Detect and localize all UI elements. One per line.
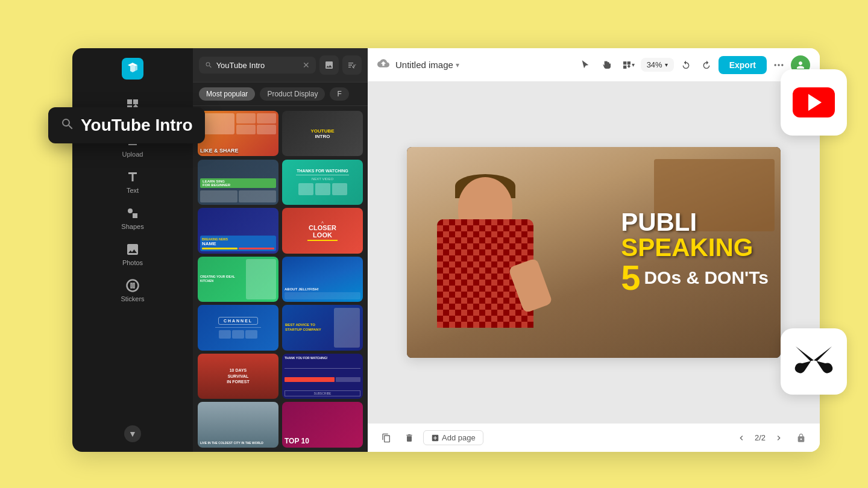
delete-page-button[interactable] [400, 429, 418, 447]
zoom-control[interactable]: 34% ▾ [641, 58, 674, 72]
tab-most-popular[interactable]: Most popular [199, 87, 255, 101]
canvas-content: PUBLI SPEAKING 5 DOs & DON'Ts [407, 147, 781, 358]
export-button[interactable]: Export [719, 56, 767, 74]
template-card-thanks[interactable]: THANKS FOR WATCHING NEXT VIDEO [282, 160, 363, 205]
editor-topbar: Untitled image ▾ [368, 48, 820, 82]
svg-point-4 [775, 64, 776, 66]
hand-tool-button[interactable] [597, 55, 617, 75]
template-card-channel[interactable]: CHANNEL [198, 305, 278, 350]
sidebar-more-button[interactable]: ▼ [124, 425, 141, 442]
template-card-kitchen[interactable]: CREATING YOUR IDEAL KITCHEN [198, 257, 278, 302]
bottom-left-tools: Add page [377, 429, 483, 447]
youtube-play-icon [808, 94, 822, 111]
topbar-tools: ▾ 34% ▾ [576, 55, 810, 75]
youtube-logo-float [781, 69, 847, 136]
public-text: PUBLI [621, 210, 769, 235]
template-card-closer-look[interactable]: A CLOSER LOOK [282, 208, 363, 253]
template-card-thank-you[interactable]: THANK YOU FOR WATCHING! SUBSCRIBE [282, 354, 363, 399]
template-card-subscribe[interactable]: LIKE & SHARE [198, 111, 278, 156]
search-bar: ✕ [193, 48, 368, 83]
svg-point-5 [778, 64, 779, 66]
sidebar-item-stickers-label: Stickers [121, 295, 144, 302]
sidebar-item-photos[interactable]: Photos [72, 236, 193, 272]
sidebar-item-shapes[interactable]: Shapes [72, 200, 193, 236]
app-logo[interactable] [122, 58, 143, 80]
template-card-learn-sing[interactable]: LEARN SING FOR BEGINNER [198, 160, 278, 205]
svg-point-1 [128, 208, 133, 213]
chevron-down-icon: ▼ [128, 429, 137, 439]
donts-row: 5 DOs & DON'Ts [621, 260, 769, 295]
prev-page-button[interactable] [733, 430, 750, 446]
template-card-best-advice[interactable]: BEST ADVICE TO STARTUP COMPANY [282, 305, 363, 350]
template-panel: ✕ Most popular Product Display F [193, 48, 368, 452]
sidebar-item-stickers[interactable]: Stickers [72, 272, 193, 308]
template-card-breaking[interactable]: BREAKING NEWS NAME [198, 208, 278, 253]
youtube-icon [793, 87, 835, 117]
duplicate-page-button[interactable] [377, 429, 395, 447]
undo-button[interactable] [676, 55, 696, 75]
filter-button[interactable] [342, 55, 362, 75]
sidebar-item-photos-label: Photos [122, 259, 143, 266]
speaking-text: SPEAKING [621, 235, 769, 260]
template-tabs: Most popular Product Display F [193, 83, 368, 106]
next-page-button[interactable] [770, 430, 787, 446]
cursor-tool-button[interactable] [576, 55, 595, 75]
page-indicator: 2/2 [755, 433, 766, 442]
template-card-survival[interactable]: 10 DAYSSURVIVALIN FOREST [198, 354, 278, 399]
capcut-icon [793, 343, 835, 380]
video-text-overlay: PUBLI SPEAKING 5 DOs & DON'Ts [621, 210, 769, 295]
layout-tool-button[interactable]: ▾ [619, 55, 638, 75]
search-input[interactable] [216, 61, 299, 70]
lock-button[interactable] [792, 429, 810, 447]
sidebar-item-text-label: Text [127, 187, 139, 194]
chevron-down-icon: ▾ [456, 61, 459, 69]
search-clear-button[interactable]: ✕ [303, 60, 310, 70]
capcut-logo-float [781, 328, 847, 395]
template-grid: LIKE & SHARE YouTube Intro LEARN SING F [193, 106, 368, 452]
search-input-wrap[interactable]: ✕ [199, 57, 316, 74]
redo-button[interactable] [697, 55, 716, 75]
svg-point-6 [781, 64, 783, 66]
svg-point-3 [127, 280, 138, 291]
person-body [425, 165, 546, 358]
undo-redo-group [676, 55, 716, 75]
number-5: 5 [621, 260, 640, 295]
cloud-save-icon [377, 57, 389, 72]
tab-product-display[interactable]: Product Display [260, 87, 325, 101]
page-navigation: 2/2 [733, 429, 810, 447]
image-search-button[interactable] [319, 55, 339, 75]
template-card-intro[interactable]: YouTube Intro [282, 111, 363, 156]
tab-other[interactable]: F [330, 87, 348, 101]
tooltip-search-icon [60, 117, 75, 134]
editor-bottombar: Add page 2/2 [368, 423, 820, 452]
sidebar-item-upload-label: Upload [122, 151, 143, 158]
sidebar-item-shapes-label: Shapes [121, 223, 143, 230]
template-card-live-city[interactable]: LIVE IN THE COLDEST CITY IN THE WORLD [198, 402, 278, 447]
add-page-button[interactable]: Add page [423, 430, 483, 445]
search-icon [205, 60, 213, 70]
svg-rect-2 [133, 213, 137, 218]
card-text-subscribe: LIKE & SHARE [200, 148, 276, 154]
dos-donts-text: DOs & DON'Ts [644, 267, 769, 288]
person-figure [407, 153, 570, 358]
tooltip-text: YouTube Intro [81, 116, 193, 135]
template-card-top10[interactable]: TOP 10 [282, 402, 363, 447]
search-tooltip: YouTube Intro [48, 107, 205, 143]
document-title[interactable]: Untitled image ▾ [395, 60, 459, 70]
editor-canvas[interactable]: PUBLI SPEAKING 5 DOs & DON'Ts [368, 82, 820, 423]
editor-area: Untitled image ▾ [368, 48, 820, 452]
template-card-jellyfish[interactable]: ABOUT JELLYFISH! [282, 257, 363, 302]
sidebar-item-text[interactable]: Text [72, 164, 193, 200]
